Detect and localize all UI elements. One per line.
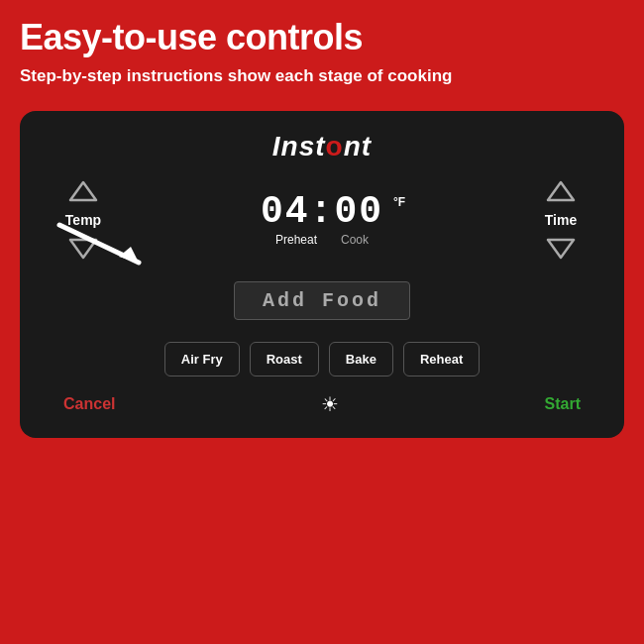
svg-marker-4 xyxy=(548,182,574,200)
reheat-button[interactable]: Reheat xyxy=(403,342,480,376)
start-button[interactable]: Start xyxy=(545,395,581,413)
time-display-container: 04:00 °F xyxy=(261,193,383,231)
subtitle: Step-by-step instructions show each stag… xyxy=(20,65,624,87)
function-buttons: Air Fry Roast Bake Reheat xyxy=(44,342,600,376)
bake-button[interactable]: Bake xyxy=(329,342,393,376)
add-food-display: Add Food xyxy=(234,281,410,320)
logo-text-part1: Inst xyxy=(272,131,326,161)
svg-marker-5 xyxy=(548,240,574,258)
temp-label: Temp xyxy=(65,212,101,228)
time-label: Time xyxy=(545,212,577,228)
preheat-label: Preheat xyxy=(275,233,317,247)
temp-section: Temp xyxy=(44,176,123,264)
device-panel: Instont Temp 04:00 °F Preheat xyxy=(20,111,624,438)
time-section: Time xyxy=(521,176,600,264)
brand-logo: Instont xyxy=(44,131,600,162)
logo-text-part3: nt xyxy=(344,131,372,161)
time-arrow-down[interactable] xyxy=(543,234,579,264)
temp-unit: °F xyxy=(393,195,405,209)
cook-label: Cook xyxy=(341,233,369,247)
time-display: 04:00 xyxy=(261,193,383,231)
temp-arrow-down[interactable] xyxy=(65,234,101,264)
add-food-row: Add Food xyxy=(44,273,600,328)
header-section: Easy-to-use controls Step-by-step instru… xyxy=(0,0,644,97)
svg-marker-2 xyxy=(70,182,96,200)
light-icon[interactable]: ☀ xyxy=(321,392,339,416)
temp-arrow-up[interactable] xyxy=(65,176,101,206)
main-title: Easy-to-use controls xyxy=(20,18,624,57)
roast-button[interactable]: Roast xyxy=(250,342,319,376)
cancel-button[interactable]: Cancel xyxy=(63,395,115,413)
display-area: 04:00 °F Preheat Cook xyxy=(123,193,521,247)
add-food-text: Add Food xyxy=(263,289,381,312)
logo-o: o xyxy=(326,131,344,161)
air-fry-button[interactable]: Air Fry xyxy=(164,342,240,376)
svg-marker-3 xyxy=(70,240,96,258)
bottom-controls: Cancel ☀ Start xyxy=(44,392,600,416)
controls-row: Temp 04:00 °F Preheat Cook xyxy=(44,176,600,264)
time-arrow-up[interactable] xyxy=(543,176,579,206)
mode-labels: Preheat Cook xyxy=(275,233,369,247)
